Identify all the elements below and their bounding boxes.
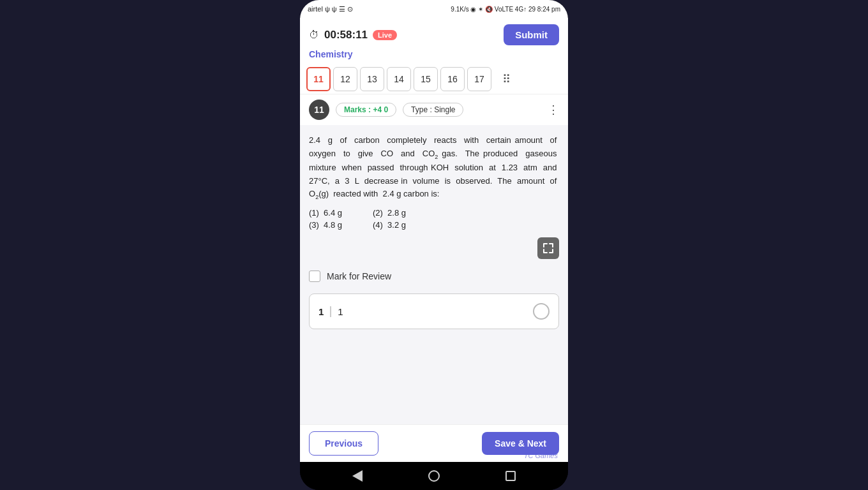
previous-button[interactable]: Previous (309, 431, 378, 456)
type-label: Type : (411, 105, 432, 114)
answer-label: 1 (318, 306, 331, 317)
options-list: (1) 6.4 g (2) 2.8 g (3) 4.8 g (4) 3.2 g (309, 208, 559, 230)
nav-btn-16[interactable]: 16 (440, 67, 465, 91)
nav-btn-13[interactable]: 13 (360, 67, 384, 91)
nav-more-button[interactable]: ⠿ (494, 67, 518, 91)
live-badge: Live (373, 30, 397, 40)
nav-btn-14[interactable]: 14 (387, 67, 411, 91)
timer-display: 00:58:11 (324, 29, 368, 41)
nav-back-button[interactable] (348, 466, 367, 486)
timer-area: ⏱ 00:58:11 Live (309, 29, 397, 41)
question-header: 11 Marks : +4 0 Type : Single ⋮ (300, 94, 568, 125)
status-right: 9.1K/s ◉ ✶ 🔇 VoLTE 4G↑ 29 8:24 pm (451, 6, 560, 13)
marks-negative: 0 (384, 105, 388, 114)
option-1: (1) 6.4 g (309, 208, 360, 218)
nav-recents-button[interactable] (501, 466, 520, 486)
answer-radio[interactable] (533, 303, 550, 320)
question-text: 2.4 g of carbon completely reacts with c… (309, 134, 559, 202)
marks-positive: +4 (373, 105, 382, 114)
top-bar: ⏱ 00:58:11 Live Submit (300, 18, 568, 48)
option-row-2: (3) 4.8 g (4) 3.2 g (309, 220, 559, 230)
answer-input-area: 1 1 (309, 293, 559, 329)
expand-area (309, 237, 559, 259)
nav-btn-15[interactable]: 15 (414, 67, 438, 91)
status-bar: airtel ψ ψ ☰ ⊙ 9.1K/s ◉ ✶ 🔇 VoLTE 4G↑ 29… (300, 0, 568, 18)
question-area: 2.4 g of carbon completely reacts with c… (300, 125, 568, 424)
marks-tag: Marks : +4 0 (336, 103, 396, 117)
android-nav-bar (300, 462, 568, 490)
more-options-icon[interactable]: ⋮ (548, 103, 559, 117)
mark-review-row: Mark for Review (309, 265, 559, 287)
question-nav: 11 12 13 14 15 16 17 ⠿ (300, 64, 568, 94)
option-row-1: (1) 6.4 g (2) 2.8 g (309, 208, 559, 218)
option-4: (4) 3.2 g (373, 220, 424, 230)
nav-btn-11[interactable]: 11 (306, 67, 331, 91)
app-content: ⏱ 00:58:11 Live Submit Chemistry 11 12 1… (300, 18, 568, 462)
clock-icon: ⏱ (309, 29, 319, 41)
option-3: (3) 4.8 g (309, 220, 360, 230)
nav-btn-12[interactable]: 12 (333, 67, 357, 91)
status-left: airtel ψ ψ ☰ ⊙ (308, 5, 353, 13)
question-number-badge: 11 (309, 100, 329, 120)
watermark: TC Games (524, 452, 558, 459)
mark-review-checkbox[interactable] (309, 271, 320, 282)
expand-button[interactable] (537, 237, 559, 259)
option-2: (2) 2.8 g (373, 208, 424, 218)
nav-btn-17[interactable]: 17 (467, 67, 491, 91)
mark-review-label: Mark for Review (327, 271, 391, 281)
marks-label: Marks : (344, 105, 371, 114)
type-tag: Type : Single (403, 103, 463, 117)
type-value: Single (434, 105, 455, 114)
submit-button[interactable]: Submit (504, 24, 559, 45)
answer-value: 1 (338, 306, 527, 317)
nav-home-button[interactable] (424, 466, 444, 486)
subject-label: Chemistry (300, 48, 568, 64)
